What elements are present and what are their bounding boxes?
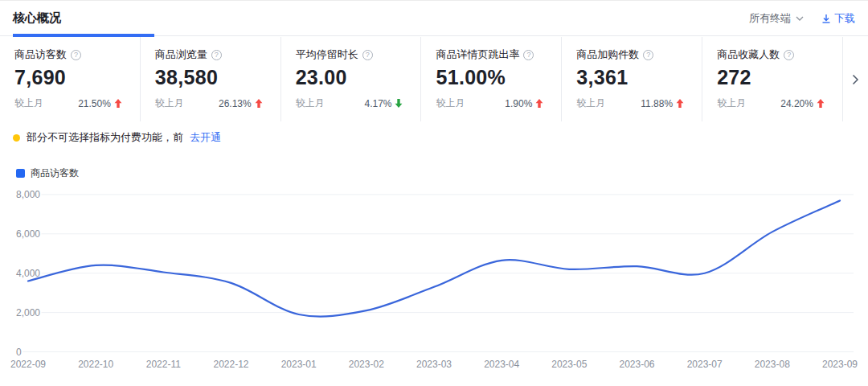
trend-up-icon xyxy=(114,99,122,108)
x-axis-label: 2023-09 xyxy=(822,359,858,370)
metric-value: 272 xyxy=(717,66,825,89)
trend-up-icon xyxy=(255,99,263,108)
x-axis-label: 2023-06 xyxy=(619,359,654,370)
y-axis-label: 8,000 xyxy=(16,189,40,200)
info-icon[interactable]: ? xyxy=(523,50,534,60)
y-axis-label: 6,000 xyxy=(16,228,40,240)
metric-label: 平均停留时长 xyxy=(296,47,358,62)
legend-label: 商品访客数 xyxy=(31,166,79,180)
x-axis-label: 2023-02 xyxy=(349,359,384,370)
next-metrics-button[interactable] xyxy=(843,37,868,121)
change-percent: 11.88% xyxy=(641,98,673,109)
compare-period-label: 较上月 xyxy=(296,96,325,110)
trend-up-icon xyxy=(817,99,825,108)
metric-label: 商品详情页跳出率 xyxy=(436,47,519,62)
notice-text: 部分不可选择指标为付费功能，前 xyxy=(27,130,183,145)
info-icon[interactable]: ? xyxy=(643,50,653,60)
y-axis-label: 2,000 xyxy=(16,307,40,318)
visitors-line-chart[interactable]: 02,0004,0006,0008,0002022-092022-102022-… xyxy=(0,182,868,386)
topbar: 核心概况 所有终端 下载 xyxy=(0,1,868,36)
y-axis-label: 0 xyxy=(16,347,22,358)
terminal-filter-label: 所有终端 xyxy=(749,11,791,26)
metric-label: 商品加购件数 xyxy=(576,47,639,62)
metric-value: 23.00 xyxy=(296,66,403,89)
terminal-filter-dropdown[interactable]: 所有终端 xyxy=(749,11,804,26)
metric-card[interactable]: 商品详情页跳出率 ? 51.00% 较上月 1.90% xyxy=(421,37,562,121)
x-axis-label: 2023-05 xyxy=(551,359,587,370)
info-icon[interactable]: ? xyxy=(362,50,373,60)
trend-down-icon xyxy=(395,99,403,108)
compare-period-label: 较上月 xyxy=(14,96,43,110)
x-axis-label: 2022-11 xyxy=(146,359,181,370)
x-axis-label: 2023-08 xyxy=(755,359,790,370)
metric-label: 商品访客数 xyxy=(14,47,67,62)
metric-card[interactable]: 商品收藏人数 ? 272 较上月 24.20% xyxy=(702,37,843,121)
x-axis-label: 2023-01 xyxy=(281,359,317,370)
change-percent: 4.17% xyxy=(364,98,391,109)
trend-up-icon xyxy=(676,99,684,108)
metric-value: 7,690 xyxy=(14,66,122,89)
metric-card[interactable]: 商品加购件数 ? 3,361 较上月 11.88% xyxy=(562,37,702,121)
metric-value: 3,361 xyxy=(576,66,684,89)
metric-value: 51.00% xyxy=(436,66,543,89)
x-axis-label: 2022-12 xyxy=(213,359,248,370)
compare-period-label: 较上月 xyxy=(436,96,465,110)
compare-period-label: 较上月 xyxy=(155,96,184,110)
metric-cards-row: 商品访客数 ? 7,690 较上月 21.50% 商品浏览量 ? 38,580 xyxy=(0,37,868,121)
x-axis-label: 2023-07 xyxy=(687,359,723,370)
chevron-right-icon xyxy=(852,74,859,85)
info-icon[interactable]: ? xyxy=(211,50,222,60)
info-icon[interactable]: ? xyxy=(784,50,794,60)
x-axis-label: 2023-04 xyxy=(484,359,519,370)
x-axis-label: 2023-03 xyxy=(416,359,452,370)
compare-period-label: 较上月 xyxy=(717,96,746,110)
metric-label: 商品收藏人数 xyxy=(717,47,780,62)
metric-card[interactable]: 商品浏览量 ? 38,580 较上月 26.13% xyxy=(141,37,281,121)
x-axis-label: 2022-09 xyxy=(10,359,46,370)
change-percent: 1.90% xyxy=(505,98,532,109)
core-overview-page: 核心概况 所有终端 下载 商品访客数 ? 7,690 xyxy=(0,0,868,386)
metric-label: 商品浏览量 xyxy=(155,47,207,62)
x-axis-label: 2022-10 xyxy=(78,359,113,370)
chevron-down-icon xyxy=(796,16,804,21)
activate-link[interactable]: 去开通 xyxy=(190,130,221,145)
metric-card[interactable]: 商品访客数 ? 7,690 较上月 21.50% xyxy=(0,37,141,121)
change-percent: 21.50% xyxy=(78,98,111,109)
metric-value: 38,580 xyxy=(155,66,263,89)
download-label: 下载 xyxy=(834,11,855,26)
paid-feature-notice: 部分不可选择指标为付费功能，前去开通 xyxy=(13,130,221,145)
legend-swatch-icon xyxy=(16,169,25,178)
compare-period-label: 较上月 xyxy=(576,96,605,110)
change-percent: 24.20% xyxy=(780,98,813,109)
visitors-series-line xyxy=(28,201,840,317)
download-button[interactable]: 下载 xyxy=(821,11,855,26)
info-icon[interactable]: ? xyxy=(71,50,81,60)
trend-up-icon xyxy=(535,99,543,108)
y-axis-label: 4,000 xyxy=(16,268,40,279)
yellow-dot-icon xyxy=(13,134,20,142)
metric-card[interactable]: 平均停留时长 ? 23.00 较上月 4.17% xyxy=(281,37,422,121)
topbar-actions: 所有终端 下载 xyxy=(749,11,855,26)
tab-core-overview[interactable]: 核心概况 xyxy=(13,10,61,26)
download-icon xyxy=(821,14,831,23)
legend-item-visitors[interactable]: 商品访客数 xyxy=(16,166,79,180)
change-percent: 26.13% xyxy=(219,98,252,109)
